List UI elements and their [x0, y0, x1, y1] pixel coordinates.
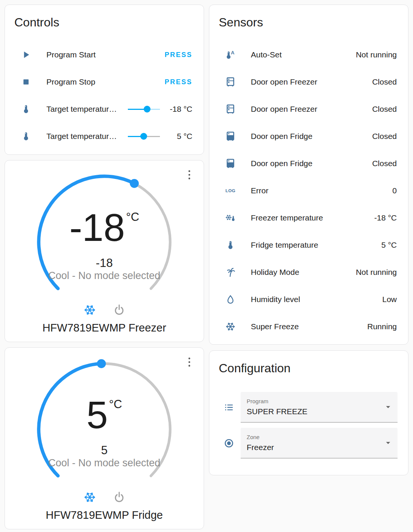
row-program-stop[interactable]: Program Stop PRESS — [5, 68, 204, 96]
sensor-label: Freezer temperature — [251, 213, 374, 222]
row-target-temperature-freezer[interactable]: Target temperatur… -18 °C — [5, 96, 204, 123]
sensor-row[interactable]: Door open Freezer Closed — [209, 96, 408, 123]
sensor-label: Fridge temperature — [251, 241, 381, 250]
sensors-rows: Auto-Set Not running Door open Freezer C… — [209, 41, 408, 340]
chevron-down-icon — [383, 438, 393, 448]
mode-buttons — [5, 491, 204, 504]
sensor-row[interactable]: Super Freeze Running — [209, 313, 408, 340]
row-label: Program Stop — [46, 77, 164, 86]
program-select[interactable]: Program SUPER FREEZE — [241, 392, 398, 423]
row-program-start[interactable]: Program Start PRESS — [5, 41, 204, 68]
thermometer-icon — [21, 131, 31, 142]
thermostat-name: HFW7819EWMP Freezer — [5, 321, 204, 334]
controls-title: Controls — [14, 15, 204, 29]
sensor-value: Not running — [356, 50, 397, 59]
thermostat-name: HFW7819EWMP Fridge — [5, 509, 204, 521]
dial-slider[interactable] — [33, 170, 176, 314]
press-button[interactable]: PRESS — [164, 51, 192, 59]
row-label: Program Start — [46, 50, 164, 59]
dial-handle[interactable] — [130, 179, 139, 188]
snowflake-cool-icon — [83, 491, 96, 504]
sensor-row[interactable]: Humidity level Low — [209, 286, 408, 313]
off-mode-button[interactable] — [113, 491, 126, 504]
snowflake-cool-icon — [83, 304, 96, 316]
thermometer-auto-icon — [225, 49, 236, 60]
sensor-value: Closed — [372, 132, 397, 141]
thermometer-icon — [21, 104, 31, 114]
configuration-card: Configuration Program SUPER FREEZE Zone … — [209, 350, 408, 475]
sensor-value: 0 — [392, 186, 397, 195]
more-options-button[interactable] — [184, 169, 195, 181]
mode-buttons — [5, 304, 204, 316]
dial-slider[interactable] — [33, 358, 176, 501]
select-label: Program — [247, 398, 381, 405]
sensor-label: Door open Freezer — [251, 105, 372, 114]
sensor-row[interactable]: Freezer temperature -18 °C — [209, 204, 408, 231]
sensor-value: Running — [367, 322, 397, 331]
select-label: Zone — [247, 434, 381, 441]
thermostat-dial: 5°C 5 Cool - No mode selected — [33, 358, 176, 501]
thermometer-icon — [225, 240, 236, 250]
sensor-label: Error — [251, 186, 392, 195]
water-drop-icon — [225, 294, 236, 305]
palm-tree-icon — [225, 267, 236, 278]
sensor-row[interactable]: Auto-Set Not running — [209, 41, 408, 68]
fridge-bottom-icon — [225, 158, 236, 169]
thermostat-card-freezer: -18°C -18 Cool - No mode selected HFW781… — [5, 160, 204, 342]
thermostat-card-fridge: 5°C 5 Cool - No mode selected HFW7819EWM… — [5, 347, 204, 529]
press-button[interactable]: PRESS — [164, 78, 192, 86]
format-list-icon — [224, 402, 234, 413]
fridge-bottom-icon — [225, 131, 236, 142]
fridge-outline-icon — [225, 77, 236, 87]
radiobox-marked-icon — [224, 438, 234, 449]
sensor-row[interactable]: Fridge temperature 5 °C — [209, 231, 408, 259]
controls-rows: Program Start PRESS Program Stop PRESS T… — [5, 41, 204, 150]
select-value: Freezer — [247, 443, 381, 452]
sensor-label: Auto-Set — [251, 50, 356, 59]
slider-value: 5 °C — [166, 132, 192, 141]
cool-mode-button[interactable] — [83, 304, 96, 316]
configuration-title: Configuration — [219, 361, 408, 375]
thermostat-dial: -18°C -18 Cool - No mode selected — [33, 170, 176, 314]
sensors-card: Sensors Auto-Set Not running Door open F… — [209, 5, 408, 345]
sensor-value: 5 °C — [381, 241, 397, 250]
temperature-slider[interactable] — [128, 133, 160, 140]
temperature-slider[interactable] — [128, 105, 160, 113]
sensor-value: Closed — [372, 77, 397, 86]
slider-thumb[interactable] — [140, 133, 147, 140]
row-label: Target temperatur… — [46, 132, 128, 141]
sensor-row[interactable]: Holiday Mode Not running — [209, 259, 408, 286]
snowflake-thermometer-icon — [225, 213, 236, 223]
dots-vertical-icon — [184, 169, 194, 180]
dial-active-arc — [38, 176, 134, 288]
zone-field-row: Zone Freezer — [224, 428, 398, 458]
configuration-rows: Program SUPER FREEZE Zone Freezer — [209, 392, 408, 458]
right-column: Sensors Auto-Set Not running Door open F… — [209, 5, 408, 529]
log-icon — [225, 185, 236, 196]
sensor-row[interactable]: Error 0 — [209, 177, 408, 204]
sensors-title: Sensors — [219, 15, 408, 29]
sensor-label: Door open Freezer — [251, 77, 372, 86]
cool-mode-button[interactable] — [83, 491, 96, 504]
off-mode-button[interactable] — [113, 304, 126, 316]
sensor-row[interactable]: Door open Fridge Closed — [209, 123, 408, 150]
sensor-value: Low — [382, 295, 397, 304]
snowflake-icon — [225, 321, 236, 332]
row-target-temperature-fridge[interactable]: Target temperatur… 5 °C — [5, 123, 204, 150]
power-icon — [113, 491, 126, 504]
sensor-value: Not running — [356, 268, 397, 277]
sensor-row[interactable]: Door open Freezer Closed — [209, 68, 408, 96]
slider-thumb[interactable] — [144, 106, 150, 113]
fridge-outline-icon — [225, 104, 236, 114]
sensor-label: Holiday Mode — [251, 268, 356, 277]
slider-value: -18 °C — [166, 105, 192, 114]
sensor-label: Door open Fridge — [251, 159, 372, 168]
chevron-down-icon — [383, 402, 393, 412]
sensor-value: Closed — [372, 105, 397, 114]
zone-select[interactable]: Zone Freezer — [241, 428, 398, 458]
dial-handle[interactable] — [97, 359, 106, 368]
sensor-row[interactable]: Door open Fridge Closed — [209, 150, 408, 177]
program-field-row: Program SUPER FREEZE — [224, 392, 398, 423]
more-options-button[interactable] — [184, 356, 195, 368]
controls-card: Controls Program Start PRESS Program Sto… — [5, 5, 204, 155]
